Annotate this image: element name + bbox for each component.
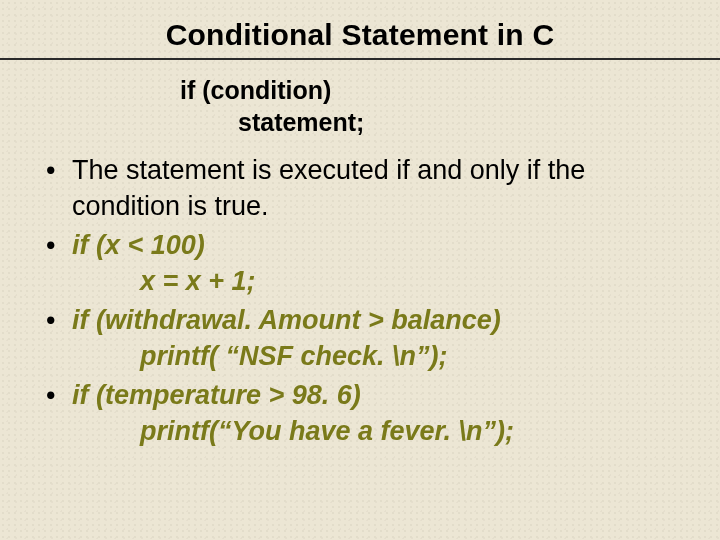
bullet-3-sub: printf( “NSF check. \n”); [72, 338, 680, 374]
syntax-line-2: statement; [180, 106, 720, 138]
bullet-3: if (withdrawal. Amount > balance) printf… [40, 302, 680, 375]
bullet-2: if (x < 100) x = x + 1; [40, 227, 680, 300]
bullet-2-sub: x = x + 1; [72, 263, 680, 299]
bullet-2-code: if (x < 100) [72, 230, 205, 260]
bullet-1: The statement is executed if and only if… [40, 152, 680, 225]
slide: Conditional Statement in C if (condition… [0, 0, 720, 540]
syntax-block: if (condition) statement; [180, 74, 720, 138]
bullet-3-code: if (withdrawal. Amount > balance) [72, 305, 501, 335]
divider [0, 58, 720, 60]
bullet-4-sub: printf(“You have a fever. \n”); [72, 413, 680, 449]
bullet-4-code: if (temperature > 98. 6) [72, 380, 361, 410]
bullet-1-text: The statement is executed if and only if… [72, 155, 585, 221]
bullet-list: The statement is executed if and only if… [40, 152, 680, 450]
syntax-line-1: if (condition) [180, 74, 720, 106]
bullet-4: if (temperature > 98. 6) printf(“You hav… [40, 377, 680, 450]
slide-title: Conditional Statement in C [0, 0, 720, 58]
